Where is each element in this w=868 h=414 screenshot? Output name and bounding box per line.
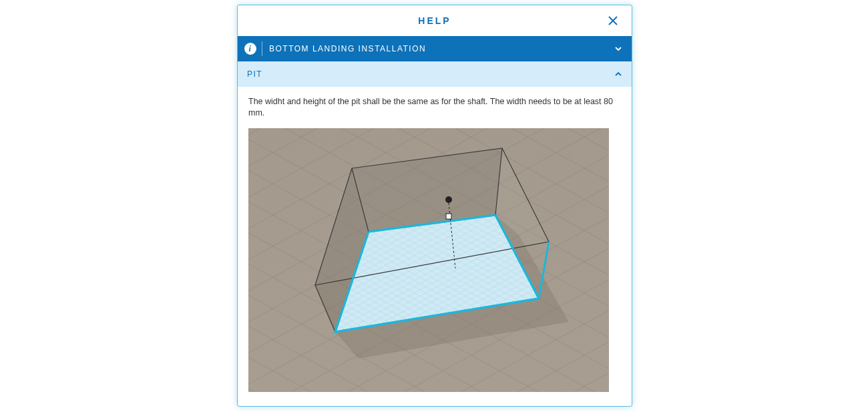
divider bbox=[262, 41, 262, 56]
section-body: The widht and height of the pit shall be… bbox=[238, 87, 632, 403]
section-pit[interactable]: PIT bbox=[238, 61, 632, 87]
help-panel: HELP i BOTTOM LANDING INSTALLATION PIT T… bbox=[237, 5, 632, 407]
close-button[interactable] bbox=[601, 5, 625, 36]
svg-point-23 bbox=[445, 196, 452, 203]
svg-rect-25 bbox=[446, 214, 451, 219]
section-label: PIT bbox=[247, 69, 614, 79]
section-label: BOTTOM LANDING INSTALLATION bbox=[269, 44, 614, 53]
close-icon bbox=[608, 16, 618, 25]
chevron-up-icon bbox=[614, 70, 622, 78]
section-bottom-landing[interactable]: i BOTTOM LANDING INSTALLATION bbox=[238, 36, 632, 61]
chevron-down-icon bbox=[614, 45, 622, 53]
panel-title: HELP bbox=[418, 15, 451, 26]
help-text: The widht and height of the pit shall be… bbox=[248, 96, 621, 119]
pit-illustration bbox=[248, 128, 609, 392]
title-bar: HELP bbox=[238, 5, 632, 36]
info-icon: i bbox=[244, 43, 256, 55]
